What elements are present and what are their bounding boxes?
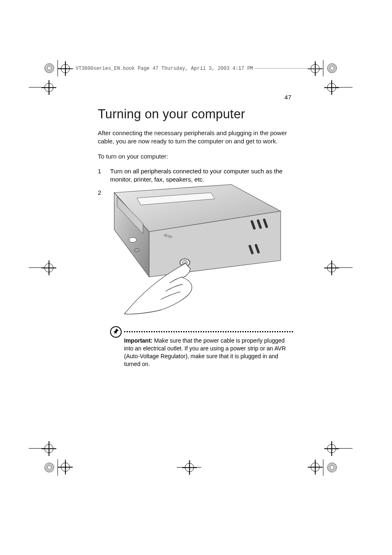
callout-text: Important: Make sure that the power cabl… [124,337,289,368]
crop-line [58,459,58,476]
step-number: 1 [98,167,110,184]
page-number: 47 [284,94,291,101]
registration-mark-icon [44,463,54,472]
intro-paragraph: After connecting the necessary periphera… [98,129,294,146]
header-crop-text: VT3600series_EN.book Page 47 Thursday, A… [74,66,255,71]
svg-point-12 [134,249,139,252]
registration-mark-icon [327,463,337,472]
callout-separator [124,331,293,332]
crosshair-icon [311,463,320,472]
crosshair-icon [61,64,70,73]
crosshair-icon [327,83,336,92]
crosshair-icon [327,263,336,272]
crosshair-icon [311,64,320,73]
computer-power-button-illustration: acer [108,182,286,318]
pin-icon [110,326,122,338]
registration-mark-icon [327,63,337,73]
svg-point-11 [129,237,136,242]
crosshair-icon [44,263,53,272]
page-title: Turning on your computer [98,107,294,122]
lead-paragraph: To turn on your computer: [98,152,294,161]
crosshair-icon [327,444,336,453]
crosshair-icon [44,83,53,92]
crosshair-icon [185,463,194,472]
crosshair-icon [61,463,70,472]
callout-label: Important: [124,337,152,344]
registration-mark-icon [44,63,54,73]
crosshair-icon [44,444,53,453]
step-text: Turn on all peripherals connected to you… [110,167,294,184]
crop-line [323,60,323,76]
step-item: 1 Turn on all peripherals connected to y… [98,167,294,184]
crop-line [323,459,323,476]
